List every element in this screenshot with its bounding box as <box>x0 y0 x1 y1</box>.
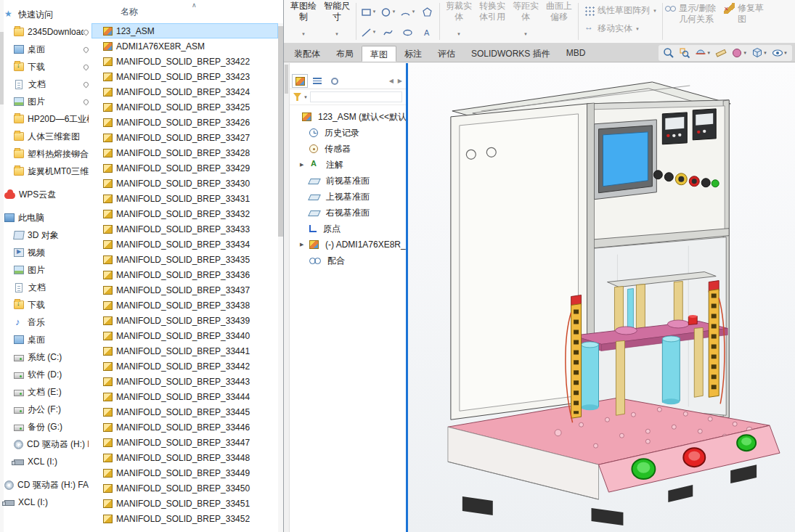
column-header-name[interactable]: 名称 ∧ <box>91 0 283 23</box>
zoom-fit-icon[interactable] <box>663 47 674 59</box>
file-row[interactable]: MANIFOLD_SOLID_BREP_33447 <box>91 435 278 450</box>
panel-scroll-right-icon[interactable]: ▶ <box>396 78 404 84</box>
graphics-area[interactable] <box>408 63 795 532</box>
nav-item[interactable]: WPS云盘 <box>0 186 91 203</box>
ribbon-tab[interactable]: 装配体 <box>286 46 328 62</box>
nav-item[interactable]: CD 驱动器 (H:) FAS <box>0 435 91 453</box>
file-row[interactable]: 123_ASM <box>91 23 278 38</box>
tree-item[interactable]: ▶ 右视基准面 <box>290 205 406 221</box>
file-row[interactable]: MANIFOLD_SOLID_BREP_33452 <box>91 511 278 526</box>
command-button[interactable]: 移动实体 ▼ <box>584 22 657 35</box>
command-button[interactable]: 显示/删除几何关系 <box>665 0 724 43</box>
nav-item[interactable]: 快速访问 <box>0 6 91 23</box>
sketch-spline-icon[interactable] <box>378 22 398 42</box>
ribbon-tab[interactable]: MBD <box>558 46 594 62</box>
panel-edge-scrollbar[interactable] <box>284 63 290 532</box>
expand-arrow-icon[interactable]: ▶ <box>300 162 306 168</box>
command-button[interactable]: 曲面上偏移 <box>542 0 576 43</box>
ribbon-tab[interactable]: 布局 <box>328 46 362 62</box>
nav-item[interactable]: 2345Download <box>0 23 91 41</box>
file-row[interactable]: MANIFOLD_SOLID_BREP_33424 <box>91 84 278 99</box>
hide-show-items-icon[interactable]: ▼ <box>772 47 788 59</box>
file-row[interactable]: MANIFOLD_SOLID_BREP_33431 <box>91 191 278 206</box>
file-row[interactable]: MANIFOLD_SOLID_BREP_33435 <box>91 252 278 267</box>
appearance-icon[interactable]: ▼ <box>731 47 747 59</box>
nav-item[interactable]: 图片 <box>0 93 91 110</box>
file-row[interactable]: MANIFOLD_SOLID_BREP_33422 <box>91 54 278 69</box>
file-row[interactable]: MANIFOLD_SOLID_BREP_33443 <box>91 374 278 389</box>
nav-item[interactable]: 下载 <box>0 296 91 314</box>
nav-item[interactable]: 音乐 <box>0 314 91 331</box>
command-button[interactable]: 转换实体引用 <box>476 0 509 43</box>
file-list-scrollbar-thumb[interactable] <box>278 26 283 237</box>
file-row[interactable]: MANIFOLD_SOLID_BREP_33439 <box>91 313 278 328</box>
file-row[interactable]: MANIFOLD_SOLID_BREP_33426 <box>91 115 278 130</box>
file-row[interactable]: MANIFOLD_SOLID_BREP_33445 <box>91 404 278 420</box>
file-row[interactable]: ADMI1A76XE8R_ASM <box>91 38 278 54</box>
sketch-arc-icon[interactable]: ▼ <box>398 1 417 22</box>
file-row[interactable]: MANIFOLD_SOLID_BREP_33427 <box>91 130 278 145</box>
file-row[interactable]: MANIFOLD_SOLID_BREP_33433 <box>91 221 278 237</box>
file-row[interactable]: MANIFOLD_SOLID_BREP_33450 <box>91 480 278 496</box>
command-button[interactable]: 线性草图阵列 ▼ <box>584 4 657 17</box>
file-row[interactable]: MANIFOLD_SOLID_BREP_33428 <box>91 145 278 160</box>
nav-item[interactable]: XCL (I:) <box>0 453 91 470</box>
file-row[interactable]: MANIFOLD_SOLID_BREP_33442 <box>91 359 278 374</box>
nav-item[interactable]: 文档 <box>0 279 91 296</box>
file-row[interactable]: MANIFOLD_SOLID_BREP_33425 <box>91 99 278 115</box>
dropdown-caret-icon[interactable]: ▼ <box>335 29 339 40</box>
tree-item[interactable]: ▶ (-) ADMI1A76XE8R_ <box>290 237 406 253</box>
expand-arrow-icon[interactable]: ▶ <box>300 242 306 247</box>
file-row[interactable]: MANIFOLD_SOLID_BREP_33436 <box>91 267 278 282</box>
ribbon-tab[interactable]: SOLIDWORKS 插件 <box>463 46 558 62</box>
sketch-polygon-icon[interactable] <box>417 1 437 22</box>
zoom-area-icon[interactable] <box>679 47 690 59</box>
file-row[interactable]: MANIFOLD_SOLID_BREP_33430 <box>91 176 278 191</box>
dropdown-caret-icon[interactable]: ▼ <box>457 29 461 40</box>
command-button[interactable]: 剪裁实体 ▼ <box>442 0 476 43</box>
ribbon-tab[interactable]: 标注 <box>396 46 430 62</box>
file-row[interactable]: MANIFOLD_SOLID_BREP_33438 <box>91 298 278 313</box>
nav-item[interactable]: 桌面 <box>0 331 91 348</box>
nav-scrollbar-thumb[interactable] <box>0 32 4 105</box>
file-row[interactable]: MANIFOLD_SOLID_BREP_33423 <box>91 69 278 84</box>
nav-item[interactable]: 视频 <box>0 244 91 261</box>
nav-item[interactable]: 软件 (D:) <box>0 366 91 383</box>
filter-input[interactable] <box>310 91 402 102</box>
nav-item[interactable]: XCL (I:) <box>0 494 91 511</box>
section-view-icon[interactable]: ▼ <box>695 47 711 59</box>
nav-item[interactable]: 塑料热熔接铆合机三 <box>0 145 91 163</box>
file-row[interactable]: MANIFOLD_SOLID_BREP_33449 <box>91 465 278 480</box>
nav-item[interactable]: 此电脑 <box>0 209 91 226</box>
dropdown-caret-icon[interactable]: ▼ <box>301 29 306 40</box>
command-button[interactable]: 修复草图 <box>724 0 767 43</box>
command-button[interactable]: 智能尺寸 ▼ <box>320 0 354 43</box>
nav-item[interactable]: 桌面 <box>0 41 91 58</box>
nav-item[interactable]: 3D 对象 <box>0 226 91 244</box>
command-button[interactable]: 草图绘制 ▼ <box>287 0 320 43</box>
display-style-icon[interactable]: ▼ <box>751 47 767 59</box>
sketch-line-icon[interactable]: ▼ <box>359 22 378 42</box>
configurationmanager-tab[interactable] <box>327 74 343 88</box>
nav-scrollbar[interactable] <box>0 0 4 532</box>
nav-item[interactable]: 图片 <box>0 261 91 279</box>
nav-item[interactable]: 下载 <box>0 58 91 75</box>
file-row[interactable]: MANIFOLD_SOLID_BREP_33444 <box>91 389 278 404</box>
tree-item[interactable]: ▶ 注解 <box>290 157 406 173</box>
nav-item[interactable]: 人体三维套图 <box>0 128 91 145</box>
propertymanager-tab[interactable] <box>309 74 325 88</box>
nav-item[interactable]: 旋翼机MT0三维模型 <box>0 163 91 180</box>
sketch-circle-icon[interactable]: ▼ <box>378 1 398 22</box>
tree-item[interactable]: ▶ 传感器 <box>290 141 406 157</box>
ribbon-tab[interactable]: 草图 <box>362 46 396 62</box>
filter-funnel-icon[interactable] <box>293 93 301 101</box>
nav-item[interactable]: 备份 (G:) <box>0 418 91 435</box>
tree-item[interactable]: ▶ 原点 <box>290 221 406 237</box>
file-list-scrollbar[interactable] <box>278 23 283 532</box>
file-row[interactable]: MANIFOLD_SOLID_BREP_33448 <box>91 450 278 465</box>
command-button[interactable]: 等距实体 ▼ <box>509 0 542 43</box>
tree-item[interactable]: ▶ 上视基准面 <box>290 189 406 205</box>
file-row[interactable]: MANIFOLD_SOLID_BREP_33437 <box>91 282 278 298</box>
dropdown-caret-icon[interactable]: ▼ <box>635 27 640 31</box>
nav-item[interactable]: 文档 <box>0 75 91 93</box>
